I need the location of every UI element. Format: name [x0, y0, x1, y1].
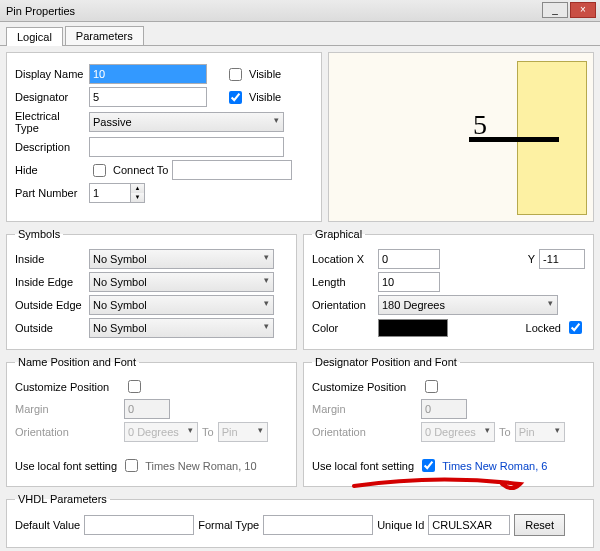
- insideedge-select[interactable]: No Symbol: [89, 272, 274, 292]
- desig-to-label: To: [499, 426, 511, 438]
- locationy-label: Y: [528, 253, 535, 265]
- close-button[interactable]: ×: [570, 2, 596, 18]
- symbols-legend: Symbols: [15, 228, 63, 240]
- designator-input[interactable]: [89, 87, 207, 107]
- partnumber-spinner[interactable]: ▲▼: [89, 183, 145, 203]
- uniqueid-label: Unique Id: [377, 519, 424, 531]
- locked-label: Locked: [526, 322, 561, 334]
- desigpos-legend: Designator Position and Font: [312, 356, 460, 368]
- displayname-label: Display Name: [15, 68, 85, 80]
- partnumber-down[interactable]: ▼: [131, 193, 144, 202]
- name-to-label: To: [202, 426, 214, 438]
- desig-font-link[interactable]: Times New Roman, 6: [442, 460, 547, 472]
- length-input[interactable]: [378, 272, 440, 292]
- displayname-visible-checkbox[interactable]: [229, 68, 242, 81]
- formaltype-label: Formal Type: [198, 519, 259, 531]
- orientation-label: Orientation: [312, 299, 374, 311]
- desig-to-select: Pin: [515, 422, 565, 442]
- locationx-label: Location X: [312, 253, 374, 265]
- insideedge-label: Inside Edge: [15, 276, 85, 288]
- length-label: Length: [312, 276, 374, 288]
- desig-uselocal-label: Use local font setting: [312, 460, 414, 472]
- hide-label: Hide: [15, 164, 85, 176]
- window-title: Pin Properties: [6, 5, 75, 17]
- designator-visible-checkbox[interactable]: [229, 91, 242, 104]
- outside-label: Outside: [15, 322, 85, 334]
- desig-uselocal-checkbox[interactable]: [422, 459, 435, 472]
- desig-customize-checkbox[interactable]: [425, 380, 438, 393]
- namepos-group: Name Position and Font Customize Positio…: [6, 356, 297, 487]
- graphical-legend: Graphical: [312, 228, 365, 240]
- tab-logical[interactable]: Logical: [6, 27, 63, 46]
- partnumber-up[interactable]: ▲: [131, 184, 144, 193]
- name-orientation-label: Orientation: [15, 426, 120, 438]
- locked-checkbox[interactable]: [569, 321, 582, 334]
- defaultvalue-input[interactable]: [84, 515, 194, 535]
- inside-label: Inside: [15, 253, 85, 265]
- color-swatch[interactable]: [378, 319, 448, 337]
- displayname-input[interactable]: [89, 64, 207, 84]
- reset-button[interactable]: Reset: [514, 514, 565, 536]
- partnumber-label: Part Number: [15, 187, 85, 199]
- outsideedge-select[interactable]: No Symbol: [89, 295, 274, 315]
- electricaltype-select[interactable]: Passive: [89, 112, 284, 132]
- inside-select[interactable]: No Symbol: [89, 249, 274, 269]
- graphical-group: Graphical Location X Y Length Orientatio…: [303, 228, 594, 350]
- defaultvalue-label: Default Value: [15, 519, 80, 531]
- description-input[interactable]: [89, 137, 284, 157]
- vhdl-group: VHDL Parameters Default Value Formal Typ…: [6, 493, 594, 548]
- symbols-group: Symbols Inside No Symbol Inside Edge No …: [6, 228, 297, 350]
- vhdl-legend: VHDL Parameters: [15, 493, 110, 505]
- designator-visible-label: Visible: [249, 91, 281, 103]
- preview-pin-number: 5: [473, 109, 487, 141]
- hide-checkbox[interactable]: [93, 164, 106, 177]
- desig-orientation-select: 0 Degrees: [421, 422, 495, 442]
- orientation-select[interactable]: 180 Degrees: [378, 295, 558, 315]
- locationy-input[interactable]: [539, 249, 585, 269]
- name-customize-label: Customize Position: [15, 381, 120, 393]
- color-label: Color: [312, 322, 374, 334]
- tab-bar: Logical Parameters: [0, 22, 600, 46]
- locationx-input[interactable]: [378, 249, 440, 269]
- partnumber-input[interactable]: [90, 184, 130, 202]
- desigpos-group: Designator Position and Font Customize P…: [303, 356, 594, 487]
- pin-preview: 5: [328, 52, 594, 222]
- desig-customize-label: Customize Position: [312, 381, 417, 393]
- title-bar: Pin Properties _ ×: [0, 0, 600, 22]
- desig-margin-label: Margin: [312, 403, 417, 415]
- desig-orientation-label: Orientation: [312, 426, 417, 438]
- outsideedge-label: Outside Edge: [15, 299, 85, 311]
- outside-select[interactable]: No Symbol: [89, 318, 274, 338]
- tab-parameters[interactable]: Parameters: [65, 26, 144, 45]
- name-margin-label: Margin: [15, 403, 120, 415]
- description-label: Description: [15, 141, 85, 153]
- name-font-link[interactable]: Times New Roman, 10: [145, 460, 256, 472]
- name-uselocal-checkbox[interactable]: [125, 459, 138, 472]
- desig-margin-input: [421, 399, 467, 419]
- name-to-select: Pin: [218, 422, 268, 442]
- electricaltype-label: Electrical Type: [15, 110, 85, 134]
- connectto-input[interactable]: [172, 160, 292, 180]
- name-uselocal-label: Use local font setting: [15, 460, 117, 472]
- uniqueid-input[interactable]: [428, 515, 510, 535]
- displayname-visible-label: Visible: [249, 68, 281, 80]
- minimize-button[interactable]: _: [542, 2, 568, 18]
- connectto-label: Connect To: [113, 164, 168, 176]
- name-orientation-select: 0 Degrees: [124, 422, 198, 442]
- designator-label: Designator: [15, 91, 85, 103]
- name-margin-input: [124, 399, 170, 419]
- formaltype-input[interactable]: [263, 515, 373, 535]
- name-customize-checkbox[interactable]: [128, 380, 141, 393]
- namepos-legend: Name Position and Font: [15, 356, 139, 368]
